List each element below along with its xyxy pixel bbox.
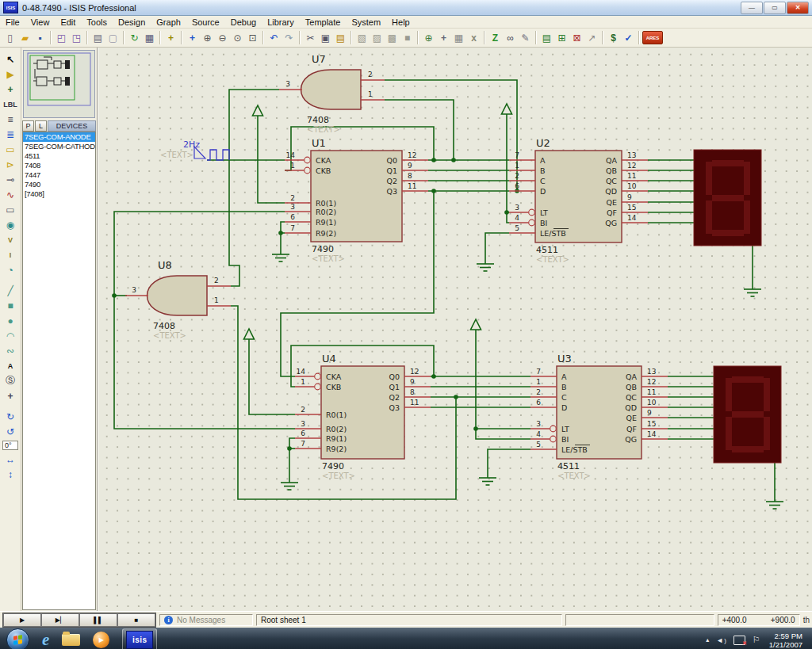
rotate-ccw-icon[interactable]: ↺ (2, 424, 19, 439)
terminal-icon[interactable]: ⊳ (2, 157, 19, 172)
tray-expand-icon[interactable]: ▴ (706, 636, 709, 643)
device-item[interactable]: [7408] (23, 189, 95, 199)
block-delete-icon[interactable]: ■ (400, 31, 415, 45)
step-button[interactable]: ▶▏ (41, 613, 79, 627)
power-terminal[interactable] (244, 329, 255, 339)
generator-icon[interactable]: ◉ (2, 217, 19, 232)
import-section-icon[interactable]: ◰ (54, 31, 69, 45)
internet-explorer-icon[interactable]: e (42, 632, 49, 648)
menu-help[interactable]: Help (386, 17, 416, 27)
menu-graph[interactable]: Graph (151, 17, 186, 27)
line-2d-icon[interactable]: ╱ (2, 283, 19, 298)
gate-U8[interactable]: 321U87408<TEXT> (125, 259, 231, 340)
circle-2d-icon[interactable]: ● (2, 313, 19, 328)
property-assignment-icon[interactable]: ✎ (518, 31, 533, 45)
zoom-area-icon[interactable]: ⊡ (245, 31, 260, 45)
virtual-instrument-icon[interactable]: ◔ (2, 262, 19, 277)
export-section-icon[interactable]: ◳ (69, 31, 84, 45)
menu-design[interactable]: Design (113, 17, 151, 27)
wire[interactable] (281, 222, 285, 254)
action-center-flag-icon[interactable]: ⚐ (753, 635, 760, 645)
restore-button[interactable]: ▭ (764, 2, 786, 14)
new-sheet-icon[interactable]: ⊞ (554, 31, 569, 45)
wire[interactable] (488, 449, 530, 478)
block-copy-icon[interactable]: ▧ (354, 31, 370, 45)
chip-U1[interactable]: U17490<TEXT>14CKA1CKB2R0(1)3R0(2)6R9(1)7… (285, 137, 428, 263)
chip-U4[interactable]: U47490<TEXT>14CKA1CKB2R0(1)3R0(2)6R9(1)7… (295, 353, 431, 480)
wire[interactable] (229, 90, 279, 286)
pause-button[interactable]: ▌▌ (79, 613, 117, 627)
undo-icon[interactable]: ↶ (266, 31, 282, 45)
paste-icon[interactable]: ▤ (333, 31, 348, 45)
wire[interactable] (289, 438, 295, 483)
device-item[interactable]: 7SEG-COM-ANODE (23, 132, 95, 142)
start-button[interactable] (6, 628, 29, 649)
menu-system[interactable]: System (346, 17, 386, 27)
schematic[interactable]: 2Hz<TEXT>U17490<TEXT>14CKA1CKB2R0(1)3R0(… (98, 48, 812, 611)
zoom-out-icon[interactable]: ⊖ (215, 31, 230, 45)
network-status-icon[interactable] (733, 636, 745, 645)
mirror-horizontal-icon[interactable]: ↔ (2, 452, 19, 467)
wire[interactable] (114, 212, 295, 429)
packaging-tool-icon[interactable]: ▦ (451, 31, 466, 45)
current-probe-icon[interactable]: I (2, 247, 19, 262)
menu-edit[interactable]: Edit (55, 17, 81, 27)
design-explorer-icon[interactable]: ▤ (539, 31, 554, 45)
text-script-icon[interactable]: ≡ (2, 112, 19, 127)
block-move-icon[interactable]: ▨ (370, 31, 385, 45)
title-bar[interactable]: ISIS 0-48.7490 - ISIS Professional — ▭ ✕ (0, 0, 812, 16)
zoom-in-icon[interactable]: ⊕ (200, 31, 215, 45)
redo-icon[interactable]: ↷ (282, 31, 297, 45)
schematic-canvas[interactable]: 2Hz<TEXT>U17490<TEXT>14CKA1CKB2R0(1)3R0(… (98, 48, 812, 611)
overview-window[interactable] (23, 50, 95, 118)
arc-2d-icon[interactable]: ◠ (2, 328, 19, 343)
ground-terminal[interactable] (744, 289, 761, 296)
device-item[interactable]: 7447 (23, 170, 95, 180)
rotate-cw-icon[interactable]: ↻ (2, 409, 19, 424)
selection-arrow-icon[interactable]: ↖ (2, 52, 19, 67)
media-player-icon[interactable]: ▶ (93, 632, 109, 648)
pick-device-icon[interactable]: ⊕ (421, 31, 436, 45)
bill-of-materials-icon[interactable]: $ (606, 31, 621, 45)
voltage-probe-icon[interactable]: V (2, 232, 19, 247)
ground-terminal[interactable] (477, 264, 494, 271)
chip-U3[interactable]: U34511<TEXT>7A1B2C6D3LT4BI5LE/STB13QA12Q… (530, 353, 668, 480)
symbol-icon[interactable]: Ⓢ (2, 373, 19, 388)
library-manager-button[interactable]: L (35, 120, 47, 132)
mark-output-area-icon[interactable]: ▢ (105, 31, 121, 45)
wire-autoroute-icon[interactable]: Z (488, 31, 503, 45)
angle-field[interactable]: 0° (2, 441, 18, 450)
save-design-icon[interactable]: ▪ (33, 31, 48, 45)
stop-button[interactable]: ■ (117, 613, 155, 627)
close-button[interactable]: ✕ (787, 2, 809, 14)
file-explorer-icon[interactable] (62, 634, 80, 646)
volume-icon[interactable]: ◄ (716, 636, 726, 644)
mirror-vertical-icon[interactable]: ↕ (2, 467, 19, 482)
ground-terminal[interactable] (766, 502, 783, 509)
ground-terminal[interactable] (272, 254, 289, 262)
subcircuit-icon[interactable]: ▭ (2, 142, 19, 157)
menu-library[interactable]: Library (262, 17, 300, 27)
block-rotate-icon[interactable]: ▩ (385, 31, 400, 45)
menu-view[interactable]: View (25, 17, 56, 27)
text-2d-icon[interactable]: A (2, 358, 19, 373)
print-icon[interactable]: ▤ (90, 31, 105, 45)
make-device-icon[interactable]: + (436, 31, 451, 45)
decompose-icon[interactable]: x (466, 31, 481, 45)
isis-taskbar-button[interactable]: isis (122, 628, 157, 649)
pick-devices-button[interactable]: P (22, 120, 34, 132)
netlist-ares-icon[interactable]: ARES (642, 31, 663, 44)
buses-icon[interactable]: ≣ (2, 127, 19, 142)
clock-generator[interactable]: 2Hz<TEXT> (160, 139, 229, 160)
device-item[interactable]: 7490 (23, 180, 95, 189)
power-terminal[interactable] (253, 105, 263, 116)
wire[interactable] (485, 233, 509, 264)
search-tag-icon[interactable]: ∞ (503, 31, 518, 45)
origin-icon[interactable]: + (163, 31, 178, 45)
zoom-all-icon[interactable]: ⊙ (230, 31, 245, 45)
play-button[interactable]: ▶ (3, 613, 41, 627)
device-item[interactable]: 4511 (23, 151, 95, 161)
ground-terminal[interactable] (281, 483, 298, 490)
pan-icon[interactable]: + (185, 31, 200, 45)
device-pin-icon[interactable]: ⊸ (2, 172, 19, 187)
